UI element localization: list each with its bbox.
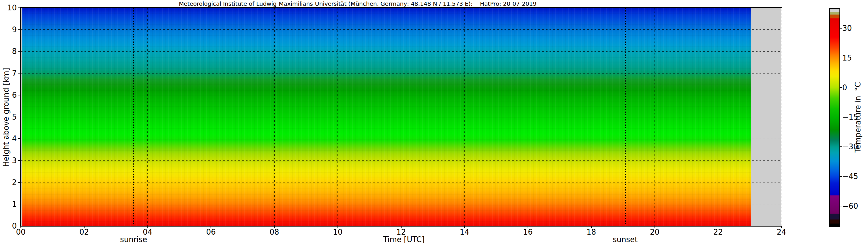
x-tick-label: 12 <box>384 228 418 236</box>
y-gridline <box>21 204 781 204</box>
y-tick <box>18 138 20 139</box>
y-tick-label: 1 <box>0 200 17 209</box>
plot-title: Meteorological Institute of Ludwig-Maxim… <box>98 0 617 7</box>
x-tick-label: 20 <box>638 228 672 236</box>
y-gridline <box>21 29 781 30</box>
colorbar-tick-label: 0 <box>842 83 868 92</box>
figure: Meteorological Institute of Ludwig-Maxim… <box>0 0 868 245</box>
colorbar-tick-label: −30 <box>842 142 868 151</box>
y-tick-label: 6 <box>0 91 17 100</box>
x-tick-label: 24 <box>764 228 799 236</box>
x-tick-label: 06 <box>193 228 228 236</box>
bottom-spine <box>20 226 782 226</box>
colorbar-tick-label: −60 <box>842 202 868 211</box>
colorbar-tick <box>840 206 842 206</box>
x-tick-label: 14 <box>447 228 482 236</box>
y-gridline <box>21 182 781 182</box>
sunrise-line <box>133 8 134 226</box>
x-tick-label: 22 <box>701 228 735 236</box>
sunset-line <box>625 8 626 226</box>
x-tick-label: 16 <box>510 228 545 236</box>
y-tick-label: 9 <box>0 25 17 34</box>
y-gridline <box>21 95 781 95</box>
x-tick-label: 08 <box>257 228 292 236</box>
plot-area <box>21 8 781 226</box>
y-gridline <box>21 117 781 117</box>
y-tick <box>18 204 20 204</box>
y-tick-label: 2 <box>0 178 17 187</box>
y-tick <box>18 182 20 183</box>
y-tick-label: 7 <box>0 69 17 78</box>
y-gridline <box>21 160 781 161</box>
x-tick-label: 18 <box>574 228 609 236</box>
y-tick <box>18 226 20 226</box>
y-tick-label: 0 <box>0 221 17 231</box>
y-tick <box>18 73 20 73</box>
top-spine <box>20 7 782 8</box>
y-gridline <box>21 51 781 51</box>
y-tick <box>18 160 20 161</box>
colorbar-tick <box>840 28 842 29</box>
x-tick-label: 04 <box>130 228 165 236</box>
sunrise-label: sunrise <box>105 235 162 244</box>
colorbar-tick <box>840 58 842 58</box>
colorbar-tick-label: −45 <box>842 172 868 181</box>
colorbar-tick <box>840 146 842 147</box>
colorbar <box>829 8 840 227</box>
y-tick <box>18 7 20 8</box>
x-tick-label: 02 <box>67 228 101 236</box>
y-tick <box>18 29 20 30</box>
sunset-label: sunset <box>596 235 654 244</box>
y-tick-label: 5 <box>0 112 17 121</box>
y-tick <box>18 95 20 95</box>
x-tick-label: 10 <box>320 228 355 236</box>
y-tick <box>18 117 20 117</box>
y-gridline <box>21 139 781 139</box>
y-tick-label: 8 <box>0 47 17 56</box>
colorbar-tick <box>840 176 842 177</box>
y-tick <box>18 51 20 51</box>
colorbar-tick-label: 15 <box>842 53 868 63</box>
right-spine <box>781 8 781 226</box>
colorbar-tick <box>840 117 842 117</box>
colorbar-tick <box>840 88 842 88</box>
y-tick-label: 4 <box>0 134 17 143</box>
colorbar-tick-label: 30 <box>842 24 868 33</box>
left-spine <box>20 7 21 226</box>
y-tick-label: 3 <box>0 156 17 165</box>
x-axis-label: Time [UTC] <box>372 235 436 244</box>
colorbar-tick-label: −15 <box>842 112 868 121</box>
y-tick-label: 10 <box>0 3 17 12</box>
